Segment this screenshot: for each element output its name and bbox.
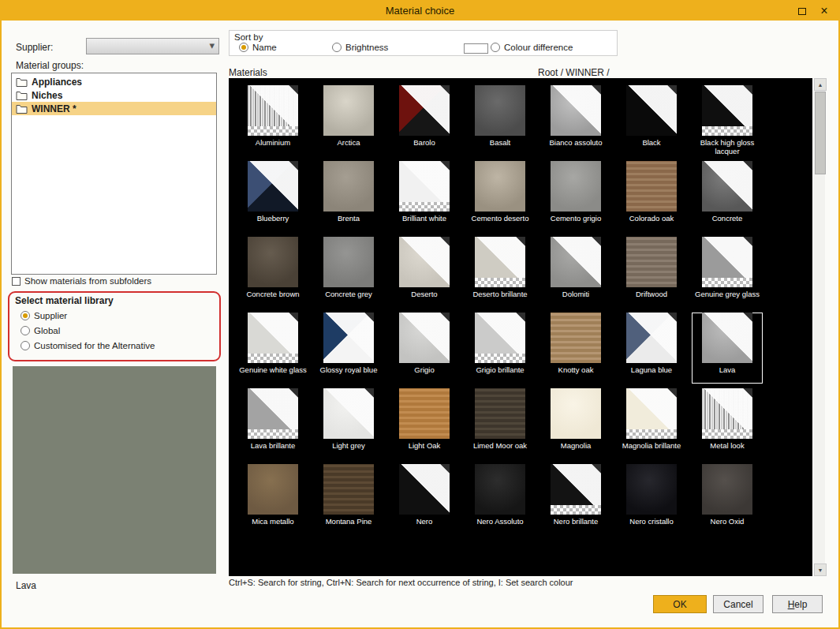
material-groups-list[interactable]: AppliancesNichesWINNER * (11, 73, 217, 275)
gloss-checker-strip (702, 126, 752, 136)
material-item[interactable]: Cemento deserto (462, 159, 538, 234)
subfolders-checkbox[interactable]: Show materials from subfolders (12, 276, 151, 286)
material-item[interactable]: Brenta (311, 159, 386, 234)
supplier-dropdown[interactable]: ▾ (86, 38, 219, 54)
material-item[interactable]: Black (614, 83, 689, 159)
material-item[interactable]: Deserto brillante (462, 234, 538, 310)
scroll-down-button[interactable]: ▼ (814, 563, 827, 576)
ok-button[interactable]: OK (653, 595, 707, 613)
material-group-item[interactable]: WINNER * (12, 102, 216, 115)
material-thumbnail (475, 161, 525, 212)
material-item[interactable]: Nero cristallo (614, 462, 689, 537)
material-item[interactable]: Genuine white glass (235, 310, 311, 386)
material-item[interactable]: Basalt (462, 83, 538, 159)
material-thumbnail (702, 161, 752, 212)
material-item[interactable]: Lava (689, 310, 765, 386)
material-group-label: WINNER * (32, 103, 77, 114)
material-item[interactable]: Grigio brillante (462, 310, 538, 386)
material-name: Glossy royal blue (312, 365, 385, 374)
material-item[interactable]: Laguna blue (614, 310, 689, 386)
material-item[interactable]: Grigio (386, 310, 462, 386)
gloss-checker-strip (551, 505, 601, 515)
maximize-icon (798, 8, 806, 15)
sort-option[interactable]: Colour difference (491, 43, 573, 52)
material-item[interactable]: Limed Moor oak (462, 386, 538, 462)
material-item[interactable]: Blueberry (235, 159, 311, 234)
material-item[interactable]: Colorado oak (614, 159, 689, 234)
material-item[interactable]: Driftwood (614, 234, 689, 310)
material-item[interactable]: Dolomiti (538, 234, 614, 310)
radio-label: Supplier (34, 311, 67, 320)
sort-option[interactable]: Name (239, 43, 277, 52)
library-option[interactable]: Customised for the Alternative (9, 338, 219, 353)
material-thumbnail (323, 161, 374, 212)
material-item[interactable]: Light Oak (386, 386, 462, 462)
close-button[interactable]: × (813, 2, 835, 21)
gloss-checker-strip (248, 429, 298, 439)
material-item[interactable]: Cemento grigio (538, 159, 614, 234)
sort-option[interactable]: Brightness (332, 43, 388, 52)
material-group-item[interactable]: Appliances (12, 75, 216, 88)
material-name: Bianco assoluto (539, 138, 612, 147)
material-name: Nero brillante (539, 517, 612, 526)
material-item[interactable]: Magnolia (538, 386, 614, 462)
cancel-button[interactable]: Cancel (713, 595, 763, 613)
material-item[interactable]: Metal look (689, 386, 765, 462)
library-option[interactable]: Supplier (9, 308, 219, 323)
materials-grid: AluminiumArcticaBaroloBasaltBianco assol… (229, 78, 812, 576)
material-item[interactable]: Aluminium (235, 83, 311, 159)
material-item[interactable]: Lava brillante (235, 386, 311, 462)
maximize-button[interactable] (791, 2, 813, 21)
library-option[interactable]: Global (9, 323, 219, 338)
material-group-label: Niches (32, 90, 62, 101)
material-thumbnail (323, 237, 374, 287)
scrollbar-thumb[interactable] (815, 92, 826, 174)
material-groups-label: Material groups: (16, 60, 84, 71)
material-thumbnail (551, 313, 601, 363)
material-item[interactable]: Barolo (386, 83, 462, 159)
colour-difference-swatch[interactable] (464, 43, 488, 54)
material-thumbnail (702, 85, 752, 136)
material-name: Brilliant white (388, 214, 461, 223)
material-thumbnail (248, 85, 298, 136)
material-name: Grigio (388, 365, 461, 374)
material-item[interactable]: Concrete (689, 159, 765, 234)
material-item[interactable]: Genuine grey glass (689, 234, 765, 310)
material-thumbnail (248, 388, 298, 439)
material-item[interactable]: Nero brillante (538, 462, 614, 537)
material-item[interactable]: Nero Oxid (689, 462, 765, 537)
material-thumbnail (702, 237, 752, 287)
material-name: Concrete grey (312, 290, 385, 298)
subfolders-label: Show materials from subfolders (24, 276, 151, 286)
material-item[interactable]: Bianco assoluto (538, 83, 614, 159)
material-item[interactable]: Concrete grey (311, 234, 386, 310)
preview-caption: Lava (16, 580, 36, 591)
material-item[interactable]: Brilliant white (386, 159, 462, 234)
status-bar: Ctrl+S: Search for string, Ctrl+N: Searc… (229, 578, 573, 587)
material-item[interactable]: Mica metallo (235, 462, 311, 537)
material-item[interactable]: Montana Pine (311, 462, 386, 537)
material-item[interactable]: Arctica (311, 83, 386, 159)
gloss-checker-strip (399, 202, 450, 212)
material-item[interactable]: Knotty oak (538, 310, 614, 386)
material-thumbnail (551, 161, 601, 212)
material-item[interactable]: Light grey (311, 386, 386, 462)
material-item[interactable]: Magnolia brillante (614, 386, 689, 462)
material-item[interactable]: Glossy royal blue (311, 310, 386, 386)
material-group-item[interactable]: Niches (12, 88, 216, 102)
material-item[interactable]: Concrete brown (235, 234, 311, 310)
scrollbar[interactable]: ▲ ▼ (812, 78, 825, 576)
material-thumbnail (475, 85, 525, 136)
help-button[interactable]: Help (772, 595, 823, 613)
title-bar[interactable]: Material choice × (2, 2, 838, 21)
material-item[interactable]: Deserto (386, 234, 462, 310)
material-name: Colorado oak (615, 214, 688, 223)
scroll-up-button[interactable]: ▲ (814, 78, 827, 91)
folder-icon (16, 104, 28, 114)
material-thumbnail (475, 237, 525, 287)
material-item[interactable]: Black high gloss lacquer (689, 83, 765, 159)
material-item[interactable]: Nero Assoluto (462, 462, 538, 537)
material-thumbnail (626, 313, 677, 363)
material-thumbnail (399, 85, 450, 136)
material-item[interactable]: Nero (386, 462, 462, 537)
